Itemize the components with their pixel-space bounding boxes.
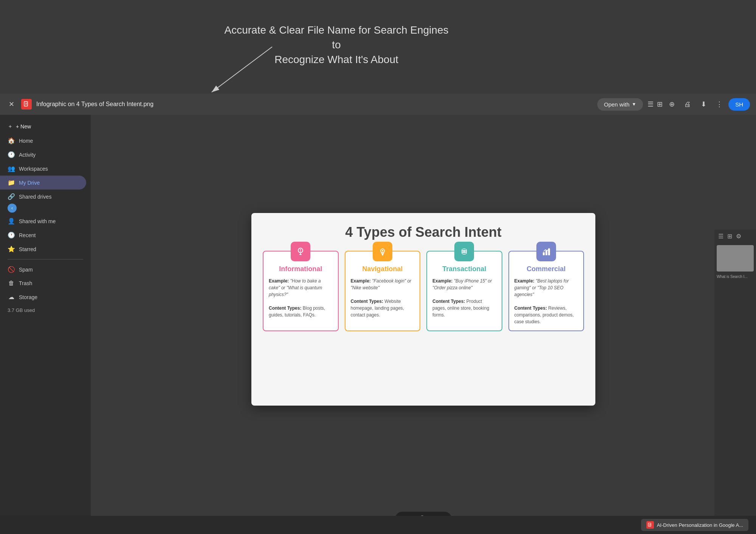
collapse-button[interactable]: ‹	[8, 204, 17, 213]
image-viewer: 4 Types of Search Intent Informational	[91, 115, 756, 504]
card-transactional: Transactional Example: "Buy iPhone 15" o…	[426, 251, 502, 331]
plus-icon: ＋	[8, 123, 13, 130]
infographic: 4 Types of Search Intent Informational	[251, 213, 595, 406]
activity-icon: 🕐	[8, 151, 15, 158]
storage-usage: 3.7 GB used	[0, 304, 91, 316]
list-view-icon[interactable]: ☰	[718, 233, 723, 240]
sidebar-item-workspaces[interactable]: 👥 Workspaces	[0, 162, 86, 176]
sidebar-item-home[interactable]: 🏠 Home	[0, 134, 86, 148]
bottom-bar: AI-Driven Personalization in Google A...	[0, 516, 756, 534]
starred-icon: ⭐	[8, 245, 15, 253]
recent-icon: 🕐	[8, 232, 15, 239]
file-type-icon	[21, 99, 32, 110]
add-icon[interactable]: ⊕	[667, 100, 676, 108]
settings-icon[interactable]: ⚙	[736, 233, 741, 240]
svg-rect-21	[648, 523, 651, 526]
infographic-title: 4 Types of Search Intent	[263, 224, 584, 240]
open-with-button[interactable]: Open with ▼	[597, 98, 643, 111]
filename: Infographic on 4 Types of Search Intent.…	[36, 101, 593, 108]
share-button[interactable]: SH	[728, 98, 750, 111]
more-options-icon[interactable]: ⋮	[715, 100, 724, 108]
card-body-transactional: Example: "Buy iPhone 15" or "Order pizza…	[432, 278, 496, 318]
trash-icon: 🗑	[8, 280, 15, 287]
icon-commercial	[536, 242, 556, 261]
download-icon[interactable]: ⬇	[699, 100, 708, 108]
svg-point-6	[298, 248, 303, 253]
sidebar: ＋ + New 🏠 Home 🕐 Activity 👥 Workspaces 📁…	[0, 115, 91, 534]
print-icon[interactable]: 🖨	[683, 100, 692, 108]
sidebar-item-storage[interactable]: ☁ Storage	[0, 290, 86, 304]
grid-icon[interactable]: ⊞	[657, 100, 663, 108]
icon-informational	[291, 242, 310, 261]
chevron-down-icon: ▼	[632, 102, 636, 107]
svg-point-12	[382, 250, 383, 252]
card-informational: Informational Example: "How to bake a ca…	[263, 251, 339, 331]
grid-view-icon[interactable]: ⊞	[727, 233, 732, 240]
card-body-navigational: Example: "Facebook login" or "Nike websi…	[351, 278, 415, 318]
sidebar-item-recent[interactable]: 🕐 Recent	[0, 228, 86, 242]
menu-icon[interactable]: ☰	[648, 100, 654, 108]
card-body-commercial: Example: "Best laptops for gaming" or "T…	[514, 278, 578, 325]
thumbnail-label-1: What is Search I...	[714, 274, 756, 279]
cards-row: Informational Example: "How to bake a ca…	[263, 251, 584, 331]
annotation-arrow	[200, 43, 276, 97]
annotation: Accurate & Clear File Name for Search En…	[189, 23, 454, 67]
sidebar-item-my-drive[interactable]: 📁 My Drive	[0, 176, 86, 190]
svg-rect-19	[545, 250, 547, 255]
bottom-notification: AI-Driven Personalization in Google A...	[641, 519, 748, 531]
workspaces-icon: 👥	[8, 165, 15, 172]
sidebar-item-spam[interactable]: 🚫 Spam	[0, 262, 86, 276]
new-button[interactable]: ＋ + New	[0, 119, 91, 134]
card-title-commercial: Commercial	[514, 265, 578, 273]
sidebar-item-shared-with-me[interactable]: 👤 Shared with me	[0, 214, 86, 228]
sidebar-divider	[8, 259, 83, 259]
notification-icon	[646, 521, 654, 529]
card-navigational: Navigational Example: "Facebook login" o…	[345, 251, 421, 331]
notification-text: AI-Driven Personalization in Google A...	[657, 522, 743, 528]
card-title-navigational: Navigational	[351, 265, 415, 273]
sidebar-item-shared-drives[interactable]: 🔗 Shared drives	[0, 190, 86, 204]
card-title-informational: Informational	[269, 265, 333, 273]
storage-icon: ☁	[8, 293, 15, 301]
main-content: 4 Types of Search Intent Informational	[91, 115, 756, 534]
top-bar: ✕ Infographic on 4 Types of Search Inten…	[0, 94, 756, 115]
shared-drives-icon: 🔗	[8, 193, 15, 200]
sidebar-item-starred[interactable]: ⭐ Starred	[0, 242, 86, 256]
svg-rect-18	[543, 252, 545, 255]
svg-line-1	[212, 47, 272, 92]
card-commercial: Commercial Example: "Best laptops for ga…	[508, 251, 584, 331]
card-body-informational: Example: "How to bake a cake" or "What i…	[269, 278, 333, 318]
icon-navigational	[373, 242, 392, 261]
close-button[interactable]: ✕	[6, 99, 17, 110]
card-title-transactional: Transactional	[432, 265, 496, 273]
home-icon: 🏠	[8, 137, 15, 144]
svg-point-9	[300, 249, 301, 250]
sidebar-item-trash[interactable]: 🗑 Trash	[0, 276, 86, 290]
sidebar-item-activity[interactable]: 🕐 Activity	[0, 148, 86, 162]
right-panel-icons: ☰ ⊞ ⚙	[714, 230, 756, 243]
icon-transactional	[454, 242, 474, 261]
right-panel: ☰ ⊞ ⚙ What is Search I...	[714, 230, 756, 534]
thumbnail-1	[717, 245, 754, 272]
drive-icon: 📁	[8, 179, 15, 186]
svg-point-15	[462, 252, 466, 254]
spam-icon: 🚫	[8, 266, 15, 273]
shared-icon: 👤	[8, 218, 15, 225]
toolbar-icons: ⊕ 🖨 ⬇ ⋮	[667, 100, 724, 108]
